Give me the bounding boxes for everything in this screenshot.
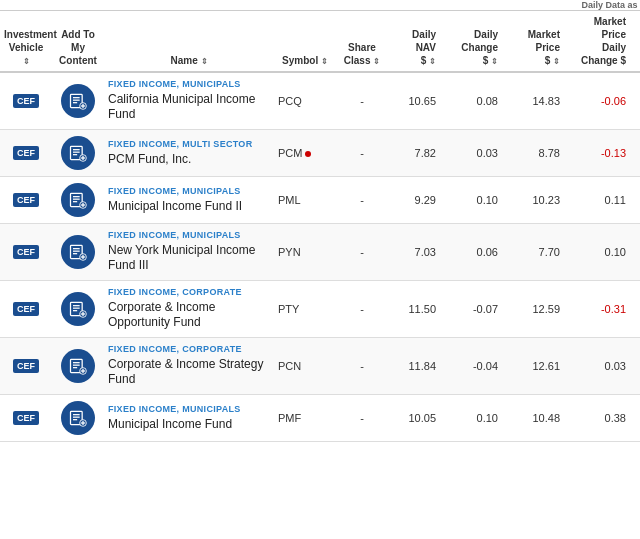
table-row: CEF FIXED INCOME, MULTI SECTORPCM Fund, … — [0, 129, 640, 176]
fund-name[interactable]: Corporate & Income Strategy Fund — [108, 357, 270, 388]
add-to-content-button[interactable] — [61, 136, 95, 170]
premium-discount-cell: 9.48 — [630, 280, 640, 337]
symbol-cell: PCQ — [274, 72, 336, 129]
nav-cell: 11.50 — [388, 280, 440, 337]
add-to-content-button[interactable] — [61, 401, 95, 435]
add-to-content-cell[interactable] — [52, 129, 104, 176]
meta-header-row: Daily Data as of 06/22/2022 — [0, 0, 640, 11]
market-price-cell: 12.61 — [502, 337, 564, 394]
mkt-daily-change-cell: 0.11 — [564, 176, 630, 223]
symbol-text[interactable]: PML — [278, 194, 301, 206]
daily-change-cell: 0.08 — [440, 72, 502, 129]
col-name-header[interactable]: Name ⇕ — [104, 11, 274, 73]
nav-cell: 9.29 — [388, 176, 440, 223]
fund-name[interactable]: PCM Fund, Inc. — [108, 152, 270, 168]
col-mkt-daily-change-header[interactable]: Market PriceDailyChange $ — [564, 11, 630, 73]
premium-discount-cell: 9.53 — [630, 223, 640, 280]
add-to-content-cell[interactable] — [52, 337, 104, 394]
name-cell: FIXED INCOME, CORPORATECorporate & Incom… — [104, 280, 274, 337]
fund-name[interactable]: Municipal Income Fund II — [108, 199, 270, 215]
add-to-content-cell[interactable] — [52, 280, 104, 337]
daily-change-cell: -0.07 — [440, 280, 502, 337]
fund-name[interactable]: California Municipal Income Fund — [108, 92, 270, 123]
symbol-cell: PMF — [274, 394, 336, 441]
market-price-cell: 14.83 — [502, 72, 564, 129]
symbol-cell: PML — [274, 176, 336, 223]
mkt-daily-change-cell: 0.38 — [564, 394, 630, 441]
nav-cell: 7.82 — [388, 129, 440, 176]
symbol-text[interactable]: PCQ — [278, 95, 302, 107]
premium-discount-cell: 12.28 — [630, 129, 640, 176]
add-to-content-cell[interactable] — [52, 394, 104, 441]
table-row: CEF FIXED INCOME, CORPORATECorporate & I… — [0, 280, 640, 337]
symbol-cell: PTY — [274, 280, 336, 337]
symbol-text[interactable]: PYN — [278, 246, 301, 258]
column-header-row: InvestmentVehicle ⇕ Add ToMy Content Nam… — [0, 11, 640, 73]
name-cell: FIXED INCOME, MUNICIPALSMunicipal Income… — [104, 176, 274, 223]
symbol-text[interactable]: PCN — [278, 360, 301, 372]
daily-change-cell: 0.06 — [440, 223, 502, 280]
market-price-sort-icon: ⇕ — [553, 57, 560, 67]
fund-category: FIXED INCOME, MUNICIPALS — [108, 79, 270, 90]
add-to-content-button[interactable] — [61, 235, 95, 269]
symbol-text[interactable]: PCM — [278, 147, 302, 159]
fund-table-body: CEF FIXED INCOME, MUNICIPALSCalifornia M… — [0, 72, 640, 441]
symbol-dot-indicator — [305, 151, 311, 157]
share-class-cell: - — [336, 223, 388, 280]
add-to-content-button[interactable] — [61, 183, 95, 217]
vehicle-cell: CEF — [0, 176, 52, 223]
premium-discount-cell: 10.12 — [630, 176, 640, 223]
vehicle-badge: CEF — [13, 146, 39, 160]
fund-name[interactable]: Municipal Income Fund — [108, 417, 270, 433]
symbol-text[interactable]: PTY — [278, 303, 299, 315]
daily-change-cell: 0.03 — [440, 129, 502, 176]
fund-name[interactable]: Corporate & Income Opportunity Fund — [108, 300, 270, 331]
vehicle-cell: CEF — [0, 129, 52, 176]
name-cell: FIXED INCOME, MULTI SECTORPCM Fund, Inc. — [104, 129, 274, 176]
market-price-cell: 8.78 — [502, 129, 564, 176]
share-class-cell: - — [336, 394, 388, 441]
mkt-daily-change-cell: 0.10 — [564, 223, 630, 280]
share-class-cell: - — [336, 176, 388, 223]
vehicle-sort-icon: ⇕ — [23, 57, 30, 67]
fund-category: FIXED INCOME, MUNICIPALS — [108, 230, 270, 241]
col-nav-header[interactable]: DailyNAV$ ⇕ — [388, 11, 440, 73]
add-to-content-cell[interactable] — [52, 72, 104, 129]
col-share-header[interactable]: ShareClass ⇕ — [336, 11, 388, 73]
add-to-content-cell[interactable] — [52, 223, 104, 280]
table-row: CEF FIXED INCOME, MUNICIPALSMunicipal In… — [0, 394, 640, 441]
nav-sort-icon: ⇕ — [429, 57, 436, 67]
col-daily-change-header[interactable]: Daily Change$ ⇕ — [440, 11, 502, 73]
nav-cell: 10.05 — [388, 394, 440, 441]
name-cell: FIXED INCOME, MUNICIPALSNew York Municip… — [104, 223, 274, 280]
col-premium-header[interactable]: Premium /Discount% ▼ — [630, 11, 640, 73]
premium-discount-cell: 39.25 — [630, 72, 640, 129]
symbol-sort-icon: ⇕ — [321, 57, 328, 67]
share-class-cell: - — [336, 337, 388, 394]
mkt-daily-change-cell: -0.13 — [564, 129, 630, 176]
vehicle-badge: CEF — [13, 193, 39, 207]
table-row: CEF FIXED INCOME, MUNICIPALSNew York Mun… — [0, 223, 640, 280]
fund-category: FIXED INCOME, CORPORATE — [108, 344, 270, 355]
fund-name[interactable]: New York Municipal Income Fund III — [108, 243, 270, 274]
nav-cell: 10.65 — [388, 72, 440, 129]
fund-category: FIXED INCOME, MUNICIPALS — [108, 186, 270, 197]
col-symbol-header[interactable]: Symbol ⇕ — [274, 11, 336, 73]
name-cell: FIXED INCOME, MUNICIPALSCalifornia Munic… — [104, 72, 274, 129]
col-add-header: Add ToMy Content — [52, 11, 104, 73]
market-price-cell: 10.23 — [502, 176, 564, 223]
daily-change-cell: 0.10 — [440, 176, 502, 223]
symbol-cell: PCM — [274, 129, 336, 176]
add-to-content-cell[interactable] — [52, 176, 104, 223]
mkt-daily-change-cell: -0.06 — [564, 72, 630, 129]
market-price-cell: 10.48 — [502, 394, 564, 441]
vehicle-badge: CEF — [13, 359, 39, 373]
add-to-content-button[interactable] — [61, 84, 95, 118]
symbol-text[interactable]: PMF — [278, 412, 301, 424]
add-to-content-button[interactable] — [61, 292, 95, 326]
col-vehicle-header[interactable]: InvestmentVehicle ⇕ — [0, 11, 52, 73]
name-cell: FIXED INCOME, MUNICIPALSMunicipal Income… — [104, 394, 274, 441]
add-to-content-button[interactable] — [61, 349, 95, 383]
vehicle-badge: CEF — [13, 94, 39, 108]
col-market-price-header[interactable]: Market Price$ ⇕ — [502, 11, 564, 73]
